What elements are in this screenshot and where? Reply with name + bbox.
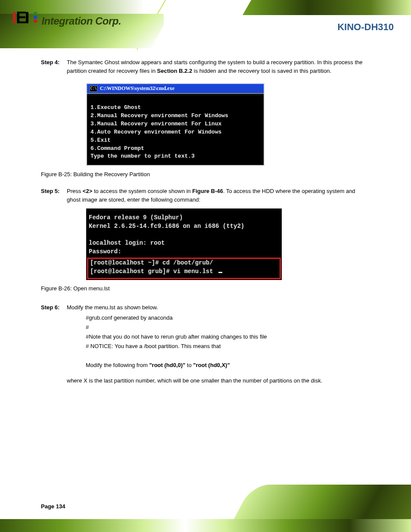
grub-l2: # (86, 323, 373, 332)
footer-stripe (0, 519, 411, 532)
step-4-label: Step 4: (41, 58, 67, 67)
page-number: Page 134 (41, 503, 65, 510)
term-r2: [root@localhost grub]# vi menu.lst (90, 268, 217, 275)
step-5-figref: Figure B-46 (192, 188, 223, 194)
step-4: Step 4:The Symantec Ghost window appears… (41, 58, 373, 75)
step-6: Step 6:Modify the menu.lst as shown belo… (41, 303, 373, 386)
cmd-icon: C:\ (90, 86, 97, 92)
note1-c: to (185, 362, 193, 368)
step-5-key: <2> (83, 188, 92, 194)
note1-b: "root (hd0,0)" (149, 362, 185, 368)
term-r1: [root@localhost ~]# cd /boot/grub/ (90, 259, 213, 266)
cmd-line-6: 6.Command Prompt (90, 145, 144, 152)
grub-l1: #grub.conf generated by anaconda (86, 313, 373, 323)
step-5-label: Step 5: (41, 187, 67, 196)
cmd-body: 1.Execute Ghost 2.Manual Recovery enviro… (87, 94, 264, 165)
page-content: Step 4:The Symantec Ghost window appears… (41, 58, 373, 386)
highlight-box: [root@localhost ~]# cd /boot/grub/ [root… (87, 258, 281, 279)
cmd-title: C:\WINDOWS\system32\cmd.exe (100, 85, 174, 92)
cmd-line-5: 5.Exit (90, 137, 111, 143)
grub-l3: #Note that you do not have to rerun grub… (86, 332, 373, 342)
cmd-line-1: 1.Execute Ghost (90, 104, 141, 111)
cursor-icon (218, 272, 222, 273)
step-6-note1: Modify the following from "root (hd0,0)"… (86, 361, 373, 370)
footer-band (0, 489, 411, 532)
step-5: Step 5:Press <2> to access the system co… (41, 187, 373, 204)
term-l3: localhost login: root (89, 240, 165, 246)
step-6-note2: where X is the last partition number, wh… (67, 376, 373, 386)
footer-curve (234, 485, 411, 519)
note1-a: Modify the following from (86, 362, 149, 368)
product-name: KINO-DH310 (337, 22, 394, 33)
screenshot-terminal: Fedora release 9 (Sulphur) Kernel 2.6.25… (86, 208, 282, 280)
term-l4: Password: (89, 248, 121, 255)
cmd-line-4: 4.Auto Recovery environment For Windows (90, 129, 221, 135)
cmd-line-3: 3.Manual Recovery environment For Linux (90, 121, 221, 127)
step-5-mode-b: to access the system console shown in (92, 188, 192, 194)
header-band: E Integration Corp. KINO-DH310 (0, 0, 411, 52)
step-4-text-b: is hidden and the recovery tool is saved… (192, 68, 331, 74)
note1-d: "root (hd0,X)" (193, 362, 230, 368)
term-l1: Fedora release 9 (Sulphur) (89, 214, 183, 221)
step-6-grub-lines: #grub.conf generated by anaconda # #Note… (86, 313, 373, 351)
cmd-line-7: Type the number to print text.3 (90, 153, 195, 159)
step-5-mode-a: Press (67, 188, 83, 194)
step-4-ref: Section B.2.2 (157, 68, 193, 74)
logo-text: Integration Corp. (41, 15, 121, 27)
cmd-line-2: 2.Manual Recovery environment For Window… (90, 112, 228, 119)
term-l2: Kernel 2.6.25-14.fc9.i686 on an i686 (tt… (89, 223, 244, 230)
cmd-titlebar: C:\ C:\WINDOWS\system32\cmd.exe (87, 84, 264, 94)
screenshot-cmd-window: C:\ C:\WINDOWS\system32\cmd.exe 1.Execut… (86, 83, 265, 166)
figure-caption-2: Figure B-26: Open menu.lst (41, 285, 373, 292)
brand-logo: E Integration Corp. (13, 9, 121, 27)
step-6-label: Step 6: (41, 303, 67, 312)
logo-mark: E (13, 9, 37, 27)
step-6-intro: Modify the menu.lst as shown below. (67, 304, 158, 311)
grub-l4: # NOTICE: You have a /boot partition. Th… (86, 342, 373, 351)
figure-caption-1: Figure B-25: Building the Recovery Parti… (41, 171, 373, 177)
